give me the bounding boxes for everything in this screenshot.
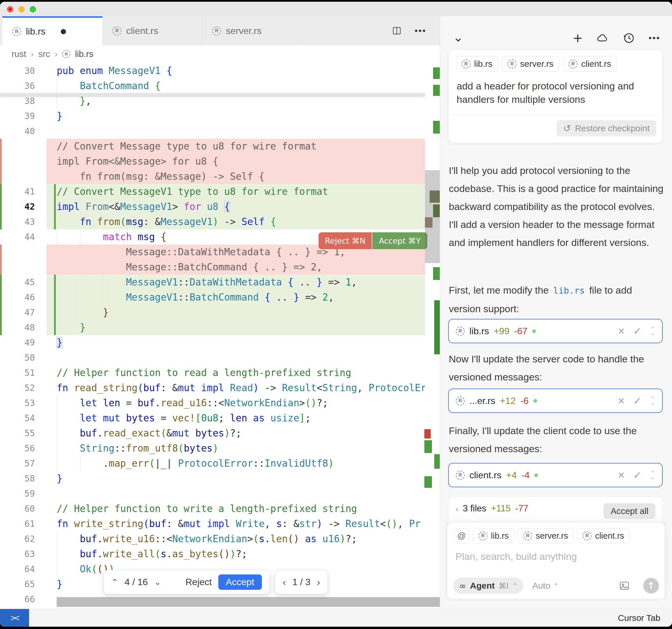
context-pill-client-rs[interactable]: Rclient.rs [563,56,617,72]
code-line[interactable]: 55 buf.read_exact(&mut bytes)?; [0,426,440,441]
expand-file-icon[interactable]: ⌃⌄ [650,471,655,479]
restore-checkpoint-button[interactable]: ↺ Restore checkpoint [557,120,656,136]
code-line[interactable]: fn from(msg: &Message) -> Self { [0,169,440,184]
composer-pill-client-rs[interactable]: Rclient.rs [577,528,629,543]
hunk-accept-button[interactable]: Accept ⌘Y [372,232,427,249]
minimize-window-button[interactable] [18,6,25,12]
context-pill-server-rs[interactable]: Rserver.rs [502,56,559,72]
code-line[interactable]: impl From<&Message> for u8 { [0,154,440,169]
line-number: 39 [9,109,35,124]
collapsed-region-bar[interactable] [57,597,440,607]
cloud-icon[interactable] [596,32,609,44]
expand-summary-icon[interactable]: › [455,504,458,514]
code-line[interactable]: 42impl From<&MessageV1> for u8 { [0,199,440,214]
code-line[interactable]: 46 MessageV1::BatchCommand { .. } => 2, [0,290,440,305]
model-selector[interactable]: Auto ⌃ [532,581,558,591]
code-line[interactable]: 63 buf.write_all(s.as_bytes())?; [0,547,440,562]
expand-file-icon[interactable]: ⌃⌄ [650,327,655,335]
code-line[interactable]: 60// Helper function to write a length-p… [0,501,440,516]
chevron-down-icon[interactable]: ⌄ [453,30,463,45]
add-context-button[interactable]: @ [454,528,470,543]
code-line[interactable]: 40 [0,124,440,139]
code-line[interactable]: Message::BatchCommand { .. } => 2, [0,260,440,275]
code-line[interactable]: 49} [0,335,440,350]
file-change-card-lib-rs[interactable]: R lib.rs +99 -67 × ✓ ⌃⌄ [448,319,663,343]
file-change-card-server-rs[interactable]: R ...er.rs +12 -6 × ✓ ⌃⌄ [448,388,663,413]
split-editor-icon[interactable] [392,26,402,36]
code-line[interactable]: 43 fn from(msg: &MessageV1) -> Self { [0,214,440,229]
mode-selector[interactable]: ∞ Agent ⌘I ⌃ [453,578,524,594]
new-chat-icon[interactable]: + [573,30,582,46]
code-line[interactable]: 53 let len = buf.read_u16::<NetworkEndia… [0,396,440,411]
tab-client-rs[interactable]: R client.rs [103,16,202,45]
code-line[interactable]: 52fn read_string(buf: &mut impl Read) ->… [0,380,440,396]
prev-file-icon[interactable]: ‹ [283,576,286,588]
code-line[interactable]: 50 [0,350,440,365]
next-file-icon[interactable]: › [317,576,320,588]
composer-pill-server-rs[interactable]: Rserver.rs [518,528,574,543]
close-window-button[interactable] [7,6,14,12]
file-change-card-client-rs[interactable]: R client.rs +4 -4 × ✓ ⌃⌄ [448,463,663,487]
breadcrumb-item[interactable]: lib.rs [75,49,93,59]
code-line[interactable]: 41// Convert MessageV1 type to u8 for wi… [0,184,440,199]
code-line[interactable]: 39} [0,109,440,124]
code-line[interactable]: 57 .map_err(|_| ProtocolError::InvalidUt… [0,456,440,471]
inline-code: lib.rs [551,285,586,296]
reject-file-icon[interactable]: × [618,470,625,481]
maximize-window-button[interactable] [30,6,36,12]
send-button[interactable]: ↑ [643,578,659,594]
line-number: 61 [9,516,35,531]
accept-all-button[interactable]: Accept all [604,503,655,519]
cursor-tab-status[interactable]: Cursor Tab [618,613,661,623]
chat-more-icon[interactable]: ••• [648,33,661,43]
code-line[interactable]: // Convert Message type to u8 for wire f… [0,139,440,154]
code-line[interactable]: 45 MessageV1::DataWithMetadata { .. } =>… [0,275,440,290]
overview-ruler-mark [433,85,440,96]
code-line[interactable]: 47 } [0,305,440,320]
file-name: ...er.rs [470,396,495,406]
breadcrumb-item[interactable]: rust [11,49,26,59]
reject-button[interactable]: Reject [186,577,212,587]
tab-label: lib.rs [26,26,46,37]
attach-image-icon[interactable] [618,580,630,591]
history-icon[interactable] [622,32,635,45]
expand-file-icon[interactable]: ⌃⌄ [650,397,655,405]
editor-more-actions-icon[interactable]: ••• [414,26,426,36]
breadcrumb-item[interactable]: src [39,49,50,59]
diff-hunk-actions: Reject ⌘N Accept ⌘Y [318,232,427,249]
accept-file-icon[interactable]: ✓ [633,469,642,481]
code-editor[interactable]: 30pub enum MessageV1 {36 BatchCommand {3… [0,63,440,609]
code-line[interactable]: 30pub enum MessageV1 { [0,63,440,78]
code-line[interactable]: 54 let mut bytes = vec![0u8; len as usiz… [0,411,440,426]
composer-placeholder[interactable]: Plan, search, build anything [455,551,577,562]
hunk-reject-button[interactable]: Reject ⌘N [318,232,372,249]
status-bar: >< Cursor Tab [0,609,672,627]
tab-lib-rs[interactable]: R lib.rs [2,16,103,45]
modified-dot-icon[interactable] [61,29,66,34]
context-pill-lib-rs[interactable]: Rlib.rs [456,56,498,72]
chat-composer[interactable]: @ Rlib.rs Rserver.rs Rclient.rs Plan, se… [447,522,665,599]
code-line[interactable]: 59 [0,486,440,501]
breadcrumb-separator: › [55,49,57,59]
prev-diff-icon[interactable]: ⌃ [111,577,118,587]
next-diff-icon[interactable]: ⌄ [154,577,161,587]
code-line[interactable]: 62 buf.write_u16::<NetworkEndian>(s.len(… [0,531,440,547]
code-line[interactable]: 36 BatchCommand { [0,78,440,94]
composer-pill-lib-rs[interactable]: Rlib.rs [473,528,514,543]
rust-file-icon: R [523,531,532,540]
line-number: 56 [9,441,35,456]
code-line[interactable]: 51// Helper function to read a length-pr… [0,365,440,380]
code-line[interactable]: 48 } [0,320,440,335]
code-line[interactable]: 58} [0,471,440,486]
accept-button[interactable]: Accept [218,574,262,590]
code-line[interactable]: 61fn write_string(buf: &mut impl Write, … [0,516,440,531]
line-number: 63 [9,547,35,562]
reject-file-icon[interactable]: × [618,395,625,406]
folded-lines-separator[interactable] [0,93,425,96]
code-line[interactable]: 56 String::from_utf8(bytes) [0,441,440,456]
remote-indicator[interactable]: >< [0,609,29,627]
accept-file-icon[interactable]: ✓ [633,395,642,407]
accept-file-icon[interactable]: ✓ [633,325,642,337]
tab-server-rs[interactable]: R server.rs [202,16,302,45]
reject-file-icon[interactable]: × [618,326,625,336]
